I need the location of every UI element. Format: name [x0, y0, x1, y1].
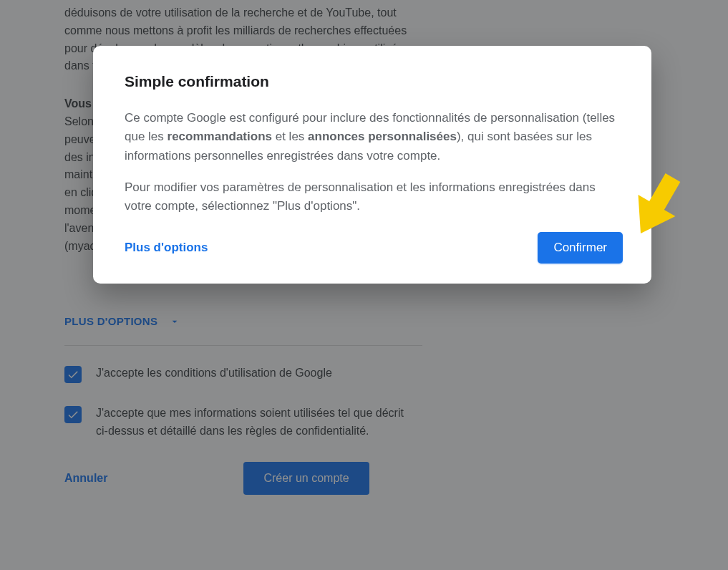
- confirmation-dialog: Simple confirmation Ce compte Google est…: [93, 46, 651, 284]
- dialog-title: Simple confirmation: [125, 73, 623, 90]
- dialog-paragraph-2: Pour modifier vos paramètres de personna…: [125, 178, 623, 216]
- confirm-button[interactable]: Confirmer: [538, 232, 623, 264]
- dialog-actions: Plus d'options Confirmer: [125, 232, 623, 264]
- more-options-link[interactable]: Plus d'options: [125, 241, 208, 255]
- dialog-paragraph-1: Ce compte Google est configuré pour incl…: [125, 109, 623, 165]
- dialog-body: Ce compte Google est configuré pour incl…: [125, 109, 623, 216]
